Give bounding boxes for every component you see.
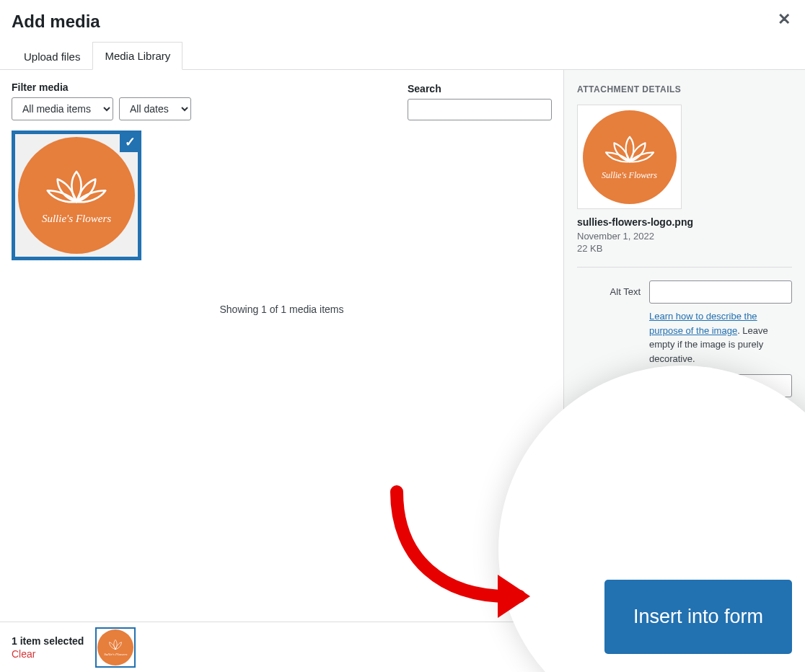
selection-thumbnail[interactable]: Sullie's Flowers <box>95 627 136 668</box>
tab-upload-files[interactable]: Upload files <box>12 42 92 70</box>
close-icon: ✕ <box>778 10 791 28</box>
divider <box>577 267 792 268</box>
check-icon: ✓ <box>120 132 140 152</box>
modal-title: Add media <box>12 12 793 32</box>
lotus-icon <box>105 638 126 651</box>
search-label: Search <box>408 83 552 94</box>
showing-count: Showing 1 of 1 media items <box>12 304 552 315</box>
filter-date-select[interactable]: All dates <box>119 97 191 120</box>
clear-selection-link[interactable]: Clear <box>12 648 84 660</box>
alt-text-label: Alt Text <box>577 280 641 297</box>
tab-media-library[interactable]: Media Library <box>92 42 182 70</box>
attachment-preview: Sullie's Flowers <box>577 105 682 209</box>
logo-text: Sullie's Flowers <box>42 213 111 225</box>
media-item[interactable]: ✓ Sullie's Flowers <box>12 131 141 260</box>
filter-media-type-select[interactable]: All media items <box>12 97 113 120</box>
lotus-icon <box>45 167 108 207</box>
search-input[interactable] <box>408 99 552 120</box>
attachment-details-heading: ATTACHMENT DETAILS <box>577 84 792 94</box>
main-panel: Filter media All media items All dates S… <box>0 70 563 628</box>
filter-media-label: Filter media <box>12 81 191 93</box>
media-thumbnail: Sullie's Flowers <box>18 137 135 254</box>
close-button[interactable]: ✕ <box>778 12 791 27</box>
alt-text-input[interactable] <box>649 280 792 304</box>
attachment-date: November 1, 2022 <box>577 231 792 242</box>
insert-into-form-button[interactable]: Insert into form <box>604 580 792 654</box>
attachment-filename: sullies-flowers-logo.png <box>577 216 792 228</box>
tabs: Upload files Media Library <box>0 42 805 70</box>
attachment-size: 22 KB <box>577 243 792 254</box>
logo-text: Sullie's Flowers <box>602 170 657 181</box>
alt-text-help: Learn how to describe the purpose of the… <box>649 309 792 366</box>
lotus-icon <box>604 133 656 166</box>
selection-count: 1 item selected <box>12 635 84 647</box>
